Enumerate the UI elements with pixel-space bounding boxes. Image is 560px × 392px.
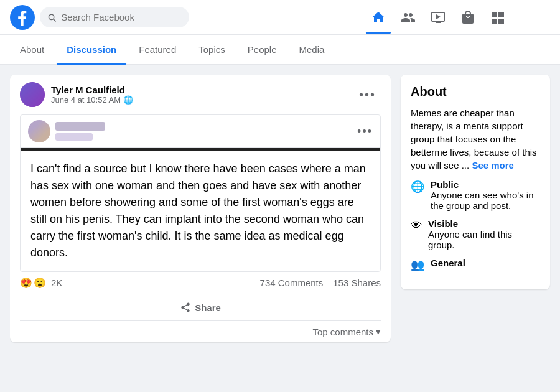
eye-icon: 👁 — [411, 219, 422, 232]
blurred-subname — [55, 133, 93, 141]
comments-sort-label: Top comments — [312, 327, 373, 337]
main-content: Tyler M Caulfield June 4 at 10:52 AM 🌐 •… — [0, 65, 560, 392]
globe-icon: 🌐 — [123, 95, 133, 105]
search-input[interactable] — [61, 12, 182, 22]
post-header: Tyler M Caulfield June 4 at 10:52 AM 🌐 •… — [10, 75, 391, 114]
share-label: Share — [195, 302, 221, 313]
tab-discussion[interactable]: Discussion — [57, 35, 126, 65]
tab-topics[interactable]: Topics — [189, 35, 235, 65]
share-button[interactable]: Share — [15, 297, 386, 318]
shares-count: 153 Shares — [333, 278, 381, 288]
tab-people[interactable]: People — [238, 35, 287, 65]
about-public-subtitle: Anyone can see who's in the group and po… — [431, 190, 540, 211]
about-card: About Memes are cheaper than therapy, is… — [401, 75, 550, 289]
about-item-public: 🌐 Public Anyone can see who's in the gro… — [411, 179, 540, 211]
tab-about[interactable]: About — [10, 35, 54, 65]
comments-sort[interactable]: Top comments ▾ — [10, 321, 391, 342]
svg-rect-3 — [498, 12, 504, 17]
globe-icon: 🌐 — [411, 180, 424, 194]
svg-line-1 — [54, 19, 55, 21]
marketplace-icon-btn[interactable] — [453, 2, 483, 32]
sub-navigation: About Discussion Featured Topics People … — [0, 35, 560, 65]
post-reactions: 😍 😮 2K 734 Comments 153 Shares — [10, 272, 391, 294]
share-icon — [180, 302, 191, 313]
post-card: Tyler M Caulfield June 4 at 10:52 AM 🌐 •… — [10, 75, 391, 342]
screenshot-avatar — [28, 120, 50, 142]
nav-icons — [363, 2, 513, 32]
svg-rect-2 — [492, 12, 497, 17]
tab-featured[interactable]: Featured — [129, 35, 186, 65]
embedded-screenshot: ••• I can't find a source but I know the… — [20, 114, 381, 272]
group-icon: 👥 — [411, 258, 424, 272]
about-description: Memes are cheaper than therapy, is a men… — [411, 106, 540, 172]
reaction-emoji-2: 😮 — [34, 277, 46, 289]
about-item-general: 👥 General — [411, 258, 540, 272]
reaction-emojis: 😍 😮 — [20, 277, 46, 289]
friends-icon-btn[interactable] — [393, 2, 423, 32]
posts-area: Tyler M Caulfield June 4 at 10:52 AM 🌐 •… — [10, 75, 391, 382]
screenshot-user-info — [55, 122, 105, 141]
search-bar[interactable] — [40, 7, 189, 27]
comments-count: 734 Comments — [260, 278, 324, 288]
reaction-right: 734 Comments 153 Shares — [260, 278, 381, 288]
post-author: Tyler M Caulfield — [51, 85, 348, 95]
reaction-emoji-1: 😍 — [20, 277, 32, 289]
screenshot-more-button[interactable]: ••• — [357, 125, 373, 138]
watch-icon-btn[interactable] — [423, 2, 453, 32]
about-visible-title: Visible — [428, 218, 540, 229]
chevron-down-icon: ▾ — [376, 326, 381, 337]
svg-rect-5 — [498, 19, 504, 24]
facebook-logo — [10, 5, 35, 30]
top-navigation — [0, 0, 560, 35]
about-general-title: General — [431, 258, 465, 268]
svg-rect-4 — [492, 19, 497, 24]
screenshot-body: I can't find a source but I know there h… — [21, 151, 380, 271]
menu-icon-btn[interactable] — [483, 2, 513, 32]
about-item-public-text: Public Anyone can see who's in the group… — [431, 179, 540, 211]
home-icon-btn[interactable] — [363, 2, 393, 32]
tab-media[interactable]: Media — [289, 35, 335, 65]
about-item-visible: 👁 Visible Anyone can find this group. — [411, 218, 540, 250]
avatar — [20, 82, 45, 107]
post-time: June 4 at 10:52 AM 🌐 — [51, 95, 348, 105]
reaction-count: 2K — [51, 278, 62, 288]
post-more-button[interactable]: ••• — [354, 85, 381, 105]
search-icon — [47, 12, 56, 22]
about-visible-subtitle: Anyone can find this group. — [428, 229, 540, 250]
see-more-button[interactable]: See more — [472, 160, 514, 170]
sidebar: About Memes are cheaper than therapy, is… — [401, 75, 550, 382]
post-meta: Tyler M Caulfield June 4 at 10:52 AM 🌐 — [51, 85, 348, 105]
about-item-visible-text: Visible Anyone can find this group. — [428, 218, 540, 250]
about-title: About — [411, 85, 540, 99]
screenshot-header: ••• — [21, 115, 380, 148]
blurred-name — [55, 122, 105, 131]
post-actions: Share — [10, 294, 391, 320]
about-public-title: Public — [431, 179, 540, 190]
about-item-general-text: General — [431, 258, 465, 268]
